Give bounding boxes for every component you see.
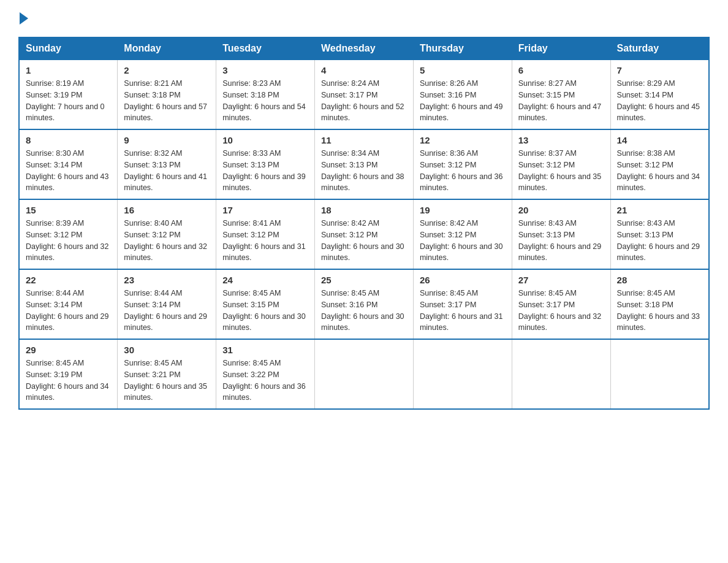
day-info: Sunrise: 8:38 AMSunset: 3:12 PMDaylight:… <box>617 149 700 192</box>
day-number: 13 <box>518 135 604 145</box>
day-info: Sunrise: 8:23 AMSunset: 3:18 PMDaylight:… <box>222 79 306 122</box>
day-info: Sunrise: 8:45 AMSunset: 3:22 PMDaylight:… <box>222 359 306 402</box>
calendar-day-cell: 28 Sunrise: 8:45 AMSunset: 3:18 PMDaylig… <box>610 269 709 339</box>
calendar-day-cell: 29 Sunrise: 8:45 AMSunset: 3:19 PMDaylig… <box>19 339 118 409</box>
day-number: 2 <box>124 65 210 75</box>
day-number: 14 <box>617 135 702 145</box>
day-info: Sunrise: 8:45 AMSunset: 3:16 PMDaylight:… <box>321 289 404 332</box>
calendar-day-cell: 26 Sunrise: 8:45 AMSunset: 3:17 PMDaylig… <box>413 269 512 339</box>
calendar-day-cell <box>315 339 414 409</box>
day-of-week-header: Sunday <box>19 37 118 59</box>
day-number: 29 <box>26 345 111 355</box>
day-info: Sunrise: 8:41 AMSunset: 3:12 PMDaylight:… <box>222 219 306 262</box>
calendar-day-cell: 4 Sunrise: 8:24 AMSunset: 3:17 PMDayligh… <box>315 59 414 129</box>
day-of-week-header: Wednesday <box>315 37 414 59</box>
day-number: 9 <box>124 135 210 145</box>
day-info: Sunrise: 8:33 AMSunset: 3:13 PMDaylight:… <box>222 149 306 192</box>
day-info: Sunrise: 8:36 AMSunset: 3:12 PMDaylight:… <box>420 149 503 192</box>
calendar-day-cell <box>610 339 709 409</box>
day-info: Sunrise: 8:19 AMSunset: 3:19 PMDaylight:… <box>26 79 105 122</box>
day-info: Sunrise: 8:34 AMSunset: 3:13 PMDaylight:… <box>321 149 404 192</box>
day-info: Sunrise: 8:43 AMSunset: 3:13 PMDaylight:… <box>617 219 700 262</box>
day-info: Sunrise: 8:29 AMSunset: 3:14 PMDaylight:… <box>617 79 700 122</box>
day-number: 3 <box>222 65 308 75</box>
calendar-day-cell: 3 Sunrise: 8:23 AMSunset: 3:18 PMDayligh… <box>216 59 315 129</box>
day-number: 22 <box>26 275 111 285</box>
day-number: 5 <box>420 65 506 75</box>
day-number: 19 <box>420 205 506 215</box>
calendar-day-cell: 22 Sunrise: 8:44 AMSunset: 3:14 PMDaylig… <box>19 269 118 339</box>
day-info: Sunrise: 8:27 AMSunset: 3:15 PMDaylight:… <box>518 79 602 122</box>
day-info: Sunrise: 8:43 AMSunset: 3:13 PMDaylight:… <box>518 219 602 262</box>
calendar-day-cell: 5 Sunrise: 8:26 AMSunset: 3:16 PMDayligh… <box>413 59 512 129</box>
day-number: 30 <box>124 345 210 355</box>
calendar-day-cell <box>413 339 512 409</box>
day-number: 7 <box>617 65 702 75</box>
day-info: Sunrise: 8:30 AMSunset: 3:14 PMDaylight:… <box>26 149 109 192</box>
calendar-day-cell <box>512 339 610 409</box>
day-number: 23 <box>124 275 210 285</box>
day-number: 11 <box>321 135 407 145</box>
day-info: Sunrise: 8:42 AMSunset: 3:12 PMDaylight:… <box>321 219 404 262</box>
day-of-week-header: Tuesday <box>216 37 315 59</box>
day-number: 15 <box>26 205 111 215</box>
day-of-week-header: Monday <box>118 37 216 59</box>
day-number: 1 <box>26 65 111 75</box>
calendar-day-cell: 10 Sunrise: 8:33 AMSunset: 3:13 PMDaylig… <box>216 129 315 199</box>
calendar-week-row: 22 Sunrise: 8:44 AMSunset: 3:14 PMDaylig… <box>19 269 709 339</box>
day-number: 16 <box>124 205 210 215</box>
calendar-day-cell: 14 Sunrise: 8:38 AMSunset: 3:12 PMDaylig… <box>610 129 709 199</box>
calendar-day-cell: 8 Sunrise: 8:30 AMSunset: 3:14 PMDayligh… <box>19 129 118 199</box>
day-number: 10 <box>222 135 308 145</box>
day-number: 28 <box>617 275 702 285</box>
calendar-day-cell: 16 Sunrise: 8:40 AMSunset: 3:12 PMDaylig… <box>118 199 216 269</box>
calendar-day-cell: 17 Sunrise: 8:41 AMSunset: 3:12 PMDaylig… <box>216 199 315 269</box>
day-info: Sunrise: 8:45 AMSunset: 3:18 PMDaylight:… <box>617 289 700 332</box>
day-number: 4 <box>321 65 407 75</box>
day-number: 26 <box>420 275 506 285</box>
day-number: 20 <box>518 205 604 215</box>
logo <box>18 12 28 25</box>
calendar-day-cell: 7 Sunrise: 8:29 AMSunset: 3:14 PMDayligh… <box>610 59 709 129</box>
day-info: Sunrise: 8:32 AMSunset: 3:13 PMDaylight:… <box>124 149 207 192</box>
day-of-week-header: Friday <box>512 37 610 59</box>
calendar-day-cell: 19 Sunrise: 8:42 AMSunset: 3:12 PMDaylig… <box>413 199 512 269</box>
calendar-header-row: SundayMondayTuesdayWednesdayThursdayFrid… <box>19 37 709 59</box>
day-number: 31 <box>222 345 308 355</box>
day-of-week-header: Saturday <box>610 37 709 59</box>
day-number: 12 <box>420 135 506 145</box>
calendar-day-cell: 2 Sunrise: 8:21 AMSunset: 3:18 PMDayligh… <box>118 59 216 129</box>
calendar-day-cell: 24 Sunrise: 8:45 AMSunset: 3:15 PMDaylig… <box>216 269 315 339</box>
day-info: Sunrise: 8:45 AMSunset: 3:17 PMDaylight:… <box>420 289 503 332</box>
calendar-day-cell: 11 Sunrise: 8:34 AMSunset: 3:13 PMDaylig… <box>315 129 414 199</box>
day-info: Sunrise: 8:45 AMSunset: 3:17 PMDaylight:… <box>518 289 602 332</box>
calendar-day-cell: 25 Sunrise: 8:45 AMSunset: 3:16 PMDaylig… <box>315 269 414 339</box>
day-of-week-header: Thursday <box>413 37 512 59</box>
day-info: Sunrise: 8:21 AMSunset: 3:18 PMDaylight:… <box>124 79 207 122</box>
logo-arrow-icon <box>20 12 28 25</box>
day-number: 17 <box>222 205 308 215</box>
day-info: Sunrise: 8:45 AMSunset: 3:19 PMDaylight:… <box>26 359 109 402</box>
calendar-day-cell: 20 Sunrise: 8:43 AMSunset: 3:13 PMDaylig… <box>512 199 610 269</box>
calendar-day-cell: 18 Sunrise: 8:42 AMSunset: 3:12 PMDaylig… <box>315 199 414 269</box>
calendar-day-cell: 9 Sunrise: 8:32 AMSunset: 3:13 PMDayligh… <box>118 129 216 199</box>
day-number: 8 <box>26 135 111 145</box>
calendar-week-row: 15 Sunrise: 8:39 AMSunset: 3:12 PMDaylig… <box>19 199 709 269</box>
calendar-day-cell: 31 Sunrise: 8:45 AMSunset: 3:22 PMDaylig… <box>216 339 315 409</box>
page-header <box>18 12 710 25</box>
calendar-day-cell: 6 Sunrise: 8:27 AMSunset: 3:15 PMDayligh… <box>512 59 610 129</box>
calendar-week-row: 1 Sunrise: 8:19 AMSunset: 3:19 PMDayligh… <box>19 59 709 129</box>
day-number: 18 <box>321 205 407 215</box>
calendar-day-cell: 15 Sunrise: 8:39 AMSunset: 3:12 PMDaylig… <box>19 199 118 269</box>
day-info: Sunrise: 8:26 AMSunset: 3:16 PMDaylight:… <box>420 79 503 122</box>
day-number: 6 <box>518 65 604 75</box>
calendar-table: SundayMondayTuesdayWednesdayThursdayFrid… <box>18 37 710 410</box>
day-number: 21 <box>617 205 702 215</box>
day-info: Sunrise: 8:24 AMSunset: 3:17 PMDaylight:… <box>321 79 404 122</box>
day-number: 25 <box>321 275 407 285</box>
day-number: 27 <box>518 275 604 285</box>
day-info: Sunrise: 8:39 AMSunset: 3:12 PMDaylight:… <box>26 219 109 262</box>
calendar-week-row: 8 Sunrise: 8:30 AMSunset: 3:14 PMDayligh… <box>19 129 709 199</box>
calendar-day-cell: 21 Sunrise: 8:43 AMSunset: 3:13 PMDaylig… <box>610 199 709 269</box>
calendar-day-cell: 1 Sunrise: 8:19 AMSunset: 3:19 PMDayligh… <box>19 59 118 129</box>
